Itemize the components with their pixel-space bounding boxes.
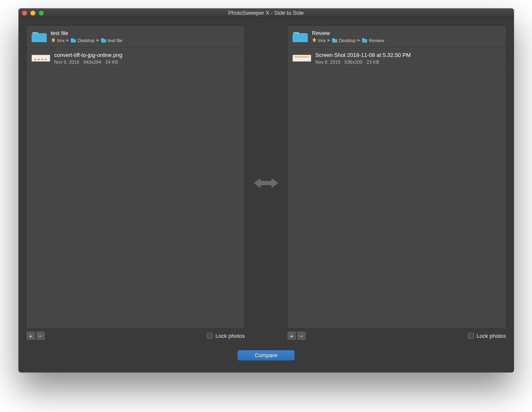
chevron-right-icon: ▶ <box>328 38 330 42</box>
swap-arrow-icon <box>254 177 278 189</box>
remove-button[interactable]: − <box>36 331 45 340</box>
svg-rect-0 <box>71 39 76 43</box>
right-folder-name: Review <box>312 30 384 36</box>
file-date: Nov 9, 2018 <box>54 59 79 65</box>
remove-button[interactable]: − <box>297 331 306 340</box>
home-icon <box>312 38 317 43</box>
lock-photos-label: Lock photos <box>476 333 506 339</box>
left-panel-wrap: test file Imx ▶ Desktop ▶ <box>26 25 245 341</box>
file-dimensions: 536x200 <box>344 59 362 65</box>
file-date: Nov 8, 2018 <box>315 59 340 65</box>
file-size: 23 KB <box>367 59 379 65</box>
chevron-right-icon: ▶ <box>66 38 69 42</box>
folder-icon <box>293 30 308 43</box>
left-folder-name: test file <box>51 30 123 36</box>
breadcrumb-user: Imx <box>57 38 65 43</box>
svg-rect-1 <box>71 38 73 40</box>
svg-rect-2 <box>101 39 106 43</box>
traffic-lights <box>22 11 44 16</box>
folder-small-icon <box>332 38 337 43</box>
home-icon <box>51 38 56 43</box>
add-button[interactable]: + <box>26 331 35 340</box>
right-breadcrumb: Imx ▶ Desktop ▶ Review <box>312 38 384 43</box>
center-spacer <box>245 25 287 341</box>
chevron-right-icon: ▶ <box>357 38 360 42</box>
folder-small-icon <box>101 38 106 43</box>
folder-icon <box>32 30 47 43</box>
right-panel-footer: + − Lock photos <box>287 331 506 341</box>
svg-rect-3 <box>101 38 104 40</box>
svg-rect-7 <box>362 38 365 40</box>
right-folder-header[interactable]: Review Imx ▶ Desktop ▶ <box>287 26 506 48</box>
right-panel: Review Imx ▶ Desktop ▶ <box>287 25 506 329</box>
thumbnail-icon <box>293 55 311 62</box>
left-folder-header[interactable]: test file Imx ▶ Desktop ▶ <box>27 26 245 48</box>
breadcrumb-leaf: test file <box>108 38 123 43</box>
svg-rect-5 <box>332 38 335 40</box>
right-file-name: Screen Shot 2018-11-08 at 5.32.50 PM <box>315 52 411 58</box>
left-file-row[interactable]: convert-tiff-to-jpg-online.png Nov 9, 20… <box>27 48 245 69</box>
window-title: PhotoSweeper X - Side to Side <box>19 10 514 16</box>
left-file-name: convert-tiff-to-jpg-online.png <box>54 52 123 58</box>
lock-photos-checkbox[interactable] <box>468 333 474 339</box>
content-area: test file Imx ▶ Desktop ▶ <box>19 18 514 372</box>
chevron-right-icon: ▶ <box>97 38 99 42</box>
add-button[interactable]: + <box>287 331 296 340</box>
titlebar[interactable]: PhotoSweeper X - Side to Side <box>19 8 514 18</box>
thumbnail-icon <box>32 55 50 62</box>
left-panel: test file Imx ▶ Desktop ▶ <box>26 25 245 329</box>
folder-small-icon <box>362 38 367 43</box>
left-breadcrumb: Imx ▶ Desktop ▶ test file <box>51 38 123 43</box>
minimize-icon[interactable] <box>30 11 35 16</box>
right-file-row[interactable]: Screen Shot 2018-11-08 at 5.32.50 PM Nov… <box>287 48 506 69</box>
folder-small-icon <box>71 38 76 43</box>
breadcrumb-user: Imx <box>318 38 326 43</box>
breadcrumb-desktop: Desktop <box>339 38 356 43</box>
svg-rect-6 <box>362 39 367 43</box>
svg-rect-4 <box>332 39 337 43</box>
compare-panels: test file Imx ▶ Desktop ▶ <box>26 25 506 341</box>
left-file-info: Nov 9, 2018 943x294 24 KB <box>54 59 123 65</box>
left-panel-footer: + − Lock photos <box>26 331 245 341</box>
breadcrumb-leaf: Review <box>369 38 384 43</box>
app-window: PhotoSweeper X - Side to Side test file <box>19 8 514 372</box>
right-file-info: Nov 8, 2018 536x200 23 KB <box>315 59 411 65</box>
compare-button[interactable]: Compare <box>237 350 294 361</box>
compare-row: Compare <box>26 341 506 365</box>
breadcrumb-desktop: Desktop <box>78 38 94 43</box>
file-dimensions: 943x294 <box>83 59 101 65</box>
file-size: 24 KB <box>105 59 118 65</box>
lock-photos-label: Lock photos <box>215 333 245 339</box>
lock-photos-checkbox[interactable] <box>207 333 213 339</box>
zoom-icon[interactable] <box>39 11 44 16</box>
right-panel-wrap: Review Imx ▶ Desktop ▶ <box>287 25 506 341</box>
close-icon[interactable] <box>22 11 27 16</box>
